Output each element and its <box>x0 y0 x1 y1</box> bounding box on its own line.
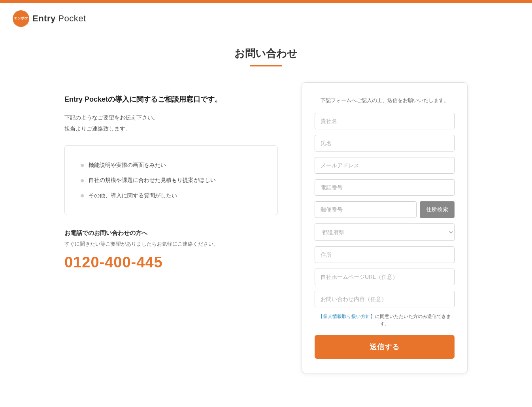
feature-item-1: 機能説明や実際の画面をみたい <box>81 157 262 172</box>
name-field <box>315 135 455 151</box>
postal-row: 住所検索 <box>315 201 455 218</box>
website-input[interactable] <box>315 269 455 285</box>
top-bar <box>0 0 532 3</box>
phone-number: 0120-400-445 <box>64 254 278 271</box>
email-field <box>315 157 455 174</box>
intro-line1: 下記のようなご要望をお伝え下さい。 <box>64 112 278 123</box>
name-input[interactable] <box>315 135 455 151</box>
phone-section-title: お電話でのお問い合わせの方へ <box>64 229 278 237</box>
intro-text: 下記のようなご要望をお伝え下さい。 担当よりご連絡致します。 <box>64 112 278 134</box>
form-instruction: 下記フォームへご記入の上、送信をお願いいたします。 <box>315 97 455 104</box>
main-content: Entry Pocketの導入に関するご相談用窓口です。 下記のようなご要望をお… <box>49 82 483 397</box>
phone-input[interactable] <box>315 179 455 196</box>
page-title-section: お問い合わせ <box>0 34 532 82</box>
intro-heading: Entry Pocketの導入に関するご相談用窓口です。 <box>64 94 278 105</box>
company-field <box>315 113 455 129</box>
logo-normal: Pocket <box>56 13 86 23</box>
phone-field <box>315 179 455 196</box>
logo-bold: Entry <box>32 13 56 23</box>
website-field <box>315 269 455 285</box>
privacy-note: 【個人情報取り扱い方針】に同意いただいた方のみ送信できます。 <box>315 313 455 328</box>
privacy-post: に同意いただいた方のみ送信できます。 <box>375 314 451 327</box>
form-card: 下記フォームへご記入の上、送信をお願いいたします。 住所検索 都道府県 北海道 <box>302 82 468 373</box>
address-field <box>315 246 455 263</box>
left-section: Entry Pocketの導入に関するご相談用窓口です。 下記のようなご要望をお… <box>64 82 278 271</box>
prefecture-select[interactable]: 都道府県 北海道 青森県 東京都 大阪府 <box>315 223 455 241</box>
email-input[interactable] <box>315 157 455 174</box>
inquiry-input[interactable] <box>315 291 455 307</box>
feature-box: 機能説明や実際の画面をみたい 自社の規模や課題に合わせた見積もり提案がほしい そ… <box>64 145 278 215</box>
title-underline <box>250 65 282 66</box>
logo-badge: エンポケ <box>13 10 29 27</box>
feature-item-3: その他、導入に関する質問がしたい <box>81 188 262 203</box>
logo-text: Entry Pocket <box>32 13 86 24</box>
logo-badge-text: エンポケ <box>14 17 28 21</box>
postal-search-button[interactable]: 住所検索 <box>420 201 455 218</box>
feature-item-2: 自社の規模や課題に合わせた見積もり提案がほしい <box>81 172 262 187</box>
postal-input[interactable] <box>315 201 417 218</box>
logo: エンポケ Entry Pocket <box>13 10 86 27</box>
page-title: お問い合わせ <box>0 47 532 61</box>
phone-subtitle: すぐに聞きたい等ご要望がありましたらお気軽にご連絡ください。 <box>64 240 278 248</box>
intro-line2: 担当よりご連絡致します。 <box>64 123 278 134</box>
inquiry-field <box>315 291 455 307</box>
company-input[interactable] <box>315 113 455 129</box>
header: エンポケ Entry Pocket <box>0 3 532 34</box>
privacy-link[interactable]: 【個人情報取り扱い方針】 <box>318 314 375 319</box>
address-input[interactable] <box>315 246 455 263</box>
submit-button[interactable]: 送信する <box>315 335 455 359</box>
right-section: 下記フォームへご記入の上、送信をお願いいたします。 住所検索 都道府県 北海道 <box>302 82 468 373</box>
